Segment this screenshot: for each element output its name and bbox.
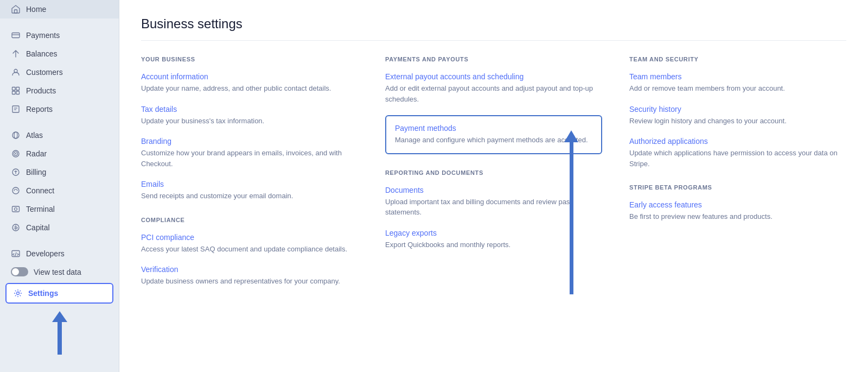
settings-item-documents: Documents Upload important tax and billi… (385, 186, 602, 218)
section-payments-payouts: PAYMENTS AND PAYOUTS External payout acc… (385, 56, 602, 154)
settings-item-legacy-exports: Legacy exports Export Quickbooks and mon… (385, 229, 602, 250)
sidebar-item-label: Customers (26, 68, 63, 77)
view-test-data-toggle-wrap: View test data (0, 263, 119, 281)
sidebar-item-label: Home (26, 5, 46, 14)
branding-link[interactable]: Branding (141, 137, 358, 146)
sidebar: Home Payments Balances Customers Product… (0, 0, 119, 372)
reports-icon (11, 104, 21, 114)
settings-item-external-payout: External payout accounts and scheduling … (385, 72, 602, 104)
team-members-desc: Add or remove team members from your acc… (629, 84, 785, 92)
section-title-compliance: COMPLIANCE (141, 217, 358, 223)
svg-rect-8 (12, 106, 19, 112)
section-title-payments: PAYMENTS AND PAYOUTS (385, 56, 602, 62)
section-reporting: REPORTING AND DOCUMENTS Documents Upload… (385, 169, 602, 250)
emails-link[interactable]: Emails (141, 180, 358, 188)
payment-methods-link[interactable]: Payment methods (395, 124, 592, 133)
products-icon (11, 86, 21, 96)
sidebar-item-label: Payments (26, 31, 60, 40)
team-members-link[interactable]: Team members (629, 72, 846, 81)
section-your-business: YOUR BUSINESS Account information Update… (141, 56, 358, 201)
page-title: Business settings (141, 16, 846, 41)
settings-item-pci: PCI compliance Access your latest SAQ do… (141, 233, 358, 255)
sidebar-item-label: Reports (26, 105, 53, 114)
svg-rect-0 (15, 10, 17, 13)
sidebar-item-label: Capital (26, 223, 50, 232)
settings-item-authorized-apps: Authorized applications Update which app… (629, 137, 846, 169)
authorized-apps-desc: Update which applications have permissio… (629, 149, 838, 168)
external-payout-link[interactable]: External payout accounts and scheduling (385, 72, 602, 81)
sidebar-item-terminal[interactable]: Terminal (0, 200, 119, 218)
sidebar-item-reports[interactable]: Reports (0, 100, 119, 118)
settings-grid: YOUR BUSINESS Account information Update… (141, 56, 846, 302)
security-history-link[interactable]: Security history (629, 105, 846, 114)
sidebar-item-capital[interactable]: Capital (0, 218, 119, 237)
developers-icon (11, 249, 21, 258)
early-access-link[interactable]: Early access features (629, 200, 846, 209)
settings-item-branding: Branding Customize how your brand appear… (141, 137, 358, 169)
connect-icon (11, 186, 21, 196)
verification-desc: Update business owners and representativ… (141, 277, 340, 285)
sidebar-item-label: Products (26, 86, 56, 95)
sidebar-item-billing[interactable]: Billing (0, 163, 119, 181)
sidebar-item-label: Balances (26, 49, 58, 58)
pci-compliance-link[interactable]: PCI compliance (141, 233, 358, 242)
test-data-toggle[interactable] (11, 267, 28, 276)
customers-icon (11, 67, 21, 77)
svg-point-15 (15, 153, 16, 154)
column-team: TEAM AND SECURITY Team members Add or re… (629, 56, 846, 302)
arrow-stem (58, 322, 62, 355)
toggle-label: View test data (34, 268, 81, 276)
payments-icon (11, 30, 21, 40)
sidebar-item-atlas[interactable]: Atlas (0, 126, 119, 144)
svg-rect-7 (16, 91, 20, 94)
section-beta: STRIPE BETA PROGRAMS Early access featur… (629, 184, 846, 222)
sidebar-item-customers[interactable]: Customers (0, 63, 119, 81)
section-team-security: TEAM AND SECURITY Team members Add or re… (629, 56, 846, 169)
svg-point-19 (12, 187, 19, 194)
tax-details-desc: Update your business's tax information. (141, 117, 264, 125)
early-access-desc: Be first to preview new features and pro… (629, 212, 773, 220)
sidebar-item-settings[interactable]: Settings (5, 283, 113, 304)
sidebar-item-label: Atlas (26, 131, 43, 140)
settings-item-emails: Emails Send receipts and customize your … (141, 180, 358, 201)
documents-link[interactable]: Documents (385, 186, 602, 194)
home-icon (11, 4, 21, 14)
svg-rect-4 (12, 87, 16, 91)
branding-desc: Customize how your brand appears in emai… (141, 149, 342, 168)
sidebar-item-payments[interactable]: Payments (0, 26, 119, 45)
authorized-apps-link[interactable]: Authorized applications (629, 137, 846, 146)
sidebar-item-balances[interactable]: Balances (0, 45, 119, 63)
sidebar-item-developers[interactable]: Developers (0, 244, 119, 263)
gear-icon (13, 288, 23, 298)
security-history-desc: Review login history and changes to your… (629, 117, 787, 125)
terminal-icon (11, 204, 21, 214)
tax-details-link[interactable]: Tax details (141, 105, 358, 114)
settings-item-security-history: Security history Review login history an… (629, 105, 846, 127)
external-payout-desc: Add or edit external payout accounts and… (385, 84, 593, 103)
legacy-exports-link[interactable]: Legacy exports (385, 229, 602, 237)
svg-point-12 (14, 132, 17, 138)
payment-methods-desc: Manage and configure which payment metho… (395, 136, 588, 144)
billing-icon (11, 167, 21, 177)
main-panel: Business settings YOUR BUSINESS Account … (119, 0, 868, 318)
sidebar-active-label: Settings (28, 289, 58, 298)
balances-icon (11, 49, 21, 59)
documents-desc: Upload important tax and billing documen… (385, 198, 572, 217)
sidebar-item-label: Developers (26, 249, 65, 258)
account-information-link[interactable]: Account information (141, 72, 358, 81)
sidebar-item-connect[interactable]: Connect (0, 181, 119, 200)
verification-link[interactable]: Verification (141, 265, 358, 274)
radar-icon (11, 149, 21, 159)
settings-item-account-information: Account information Update your name, ad… (141, 72, 358, 94)
atlas-icon (11, 130, 21, 140)
settings-item-verification: Verification Update business owners and … (141, 265, 358, 287)
sidebar-item-label: Terminal (26, 205, 55, 213)
sidebar-item-radar[interactable]: Radar (0, 144, 119, 163)
pci-compliance-desc: Access your latest SAQ document and upda… (141, 245, 347, 253)
settings-item-team-members: Team members Add or remove team members … (629, 72, 846, 94)
section-title-your-business: YOUR BUSINESS (141, 56, 358, 62)
sidebar-item-home[interactable]: Home (0, 0, 119, 18)
sidebar-item-products[interactable]: Products (0, 81, 119, 100)
svg-rect-20 (12, 206, 20, 212)
svg-point-11 (12, 132, 19, 138)
